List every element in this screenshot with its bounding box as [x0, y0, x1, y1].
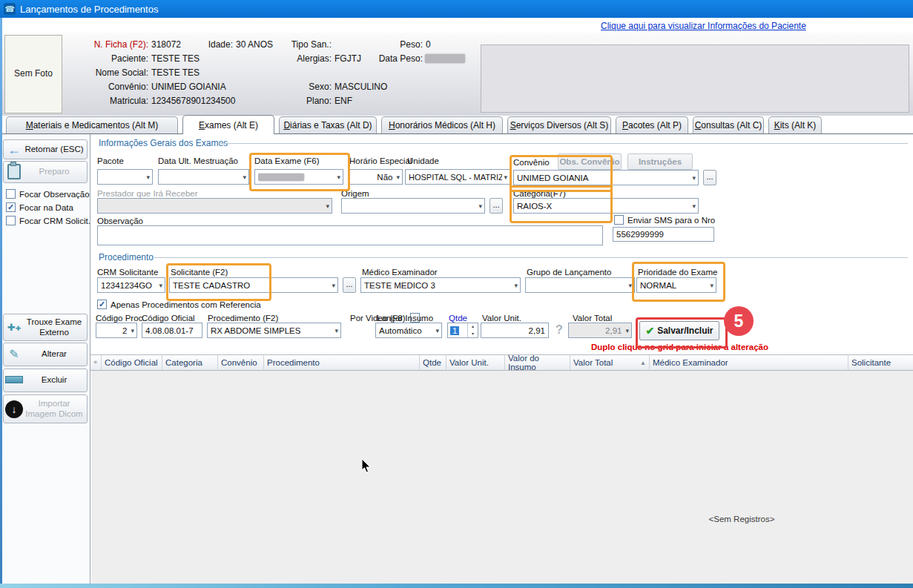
grid-empty-text: <Sem Registros> — [660, 515, 823, 523]
idade-label: Idade: — [185, 39, 233, 50]
procedimento-combo[interactable]: RX ABDOME SIMPLES▾ — [207, 323, 341, 338]
focar-na-data-label: Focar na Data — [19, 203, 73, 212]
checkbox-icon: ✓ — [6, 202, 16, 212]
prestador-combo[interactable]: ▾ — [97, 198, 332, 214]
crm-solicitante-combo[interactable]: 12341234GO▾ — [97, 277, 165, 293]
focar-observacao-checkbox[interactable]: Focar Observação — [6, 189, 90, 199]
prioridade-combo[interactable]: NORMAL▾ — [636, 277, 716, 293]
grid-header-qtde[interactable]: Qtde — [420, 354, 446, 371]
annotation-hint: Duplo clique no grid para iniciar a alte… — [591, 343, 768, 351]
grid-header-codigo-oficial[interactable]: Código Oficial — [102, 354, 162, 371]
ficha-value[interactable]: 318072 — [151, 39, 181, 50]
preparo-button[interactable]: Preparo — [3, 161, 88, 183]
grid-body[interactable] — [91, 371, 913, 584]
importar-dicom-label: Importar Imagem Dicom — [24, 399, 87, 418]
procedimento-group-title: Procedimento — [99, 252, 154, 262]
checkbox-icon: ✓ — [97, 300, 107, 309]
data-ult-label: Data Ult. Mestruação — [158, 156, 238, 165]
grid-header-valor-unit[interactable]: Valor Unit. — [446, 354, 505, 371]
importar-dicom-button[interactable]: ↓ Importar Imagem Dicom — [3, 394, 88, 423]
apenas-referencia-checkbox[interactable]: ✓ Apenas Procedimentos com Referencia — [97, 300, 261, 309]
sms-number-input[interactable]: 5562999999 — [613, 227, 714, 242]
group-rule — [219, 143, 908, 144]
medico-examinador-combo[interactable]: TESTE MEDICO 3▾ — [360, 277, 521, 293]
app-icon: ☎ — [4, 3, 16, 15]
patient-observation-panel — [481, 44, 909, 113]
plano-label: Plano: — [260, 96, 332, 106]
checkbox-icon — [6, 189, 16, 199]
convenio-header-label: Convênio: — [62, 82, 148, 92]
instrucoes-button[interactable]: Instruções — [627, 153, 693, 170]
window-left-edge — [0, 18, 2, 584]
data-exame-redacted-value — [258, 174, 304, 181]
obs-convenio-button[interactable]: Obs. Convênio — [558, 153, 622, 170]
grid-header-categoria[interactable]: Categoria — [162, 354, 218, 371]
tab-servicos[interactable]: Serviços Diversos (Alt S) — [507, 116, 611, 133]
tab-consultas[interactable]: Consultas (Alt C) — [693, 116, 764, 133]
pacote-combo[interactable]: ▾ — [97, 169, 153, 185]
tab-kits[interactable]: Kits (Alt K) — [768, 116, 822, 133]
convenio-ellipsis-button[interactable]: ... — [703, 170, 716, 185]
grid-header-medico-examinador[interactable]: Médico Examinador — [650, 354, 848, 371]
valor-unit-input[interactable]: 2,91 — [481, 323, 549, 338]
group-rule — [154, 257, 908, 258]
grid-header-convenio[interactable]: Convênio — [218, 354, 264, 371]
qtde-stepper[interactable]: 1 ▴▾ — [447, 323, 478, 338]
sexo-value: MASCULINO — [334, 82, 387, 92]
convenio-combo[interactable]: UNIMED GOIANIA▾ — [513, 170, 699, 185]
spin-up-icon[interactable]: ▴ — [468, 323, 478, 331]
lancar-insumo-combo[interactable]: Automático▾ — [375, 323, 442, 338]
convenio-header-value: UNIMED GOIANIA — [151, 82, 226, 92]
plus-icon: ✚✚ — [4, 323, 24, 332]
tab-pacotes[interactable]: Pacotes (Alt P) — [616, 116, 688, 133]
medico-examinador-label: Médico Examinador — [362, 268, 438, 277]
categoria-combo[interactable]: RAIOS-X▾ — [513, 198, 699, 214]
unidade-combo[interactable]: HOSPITAL SQL - MATRIZ▾ — [405, 169, 510, 185]
window-bottom-edge — [0, 584, 913, 588]
spin-down-icon[interactable]: ▾ — [468, 331, 478, 338]
observacao-input[interactable] — [97, 225, 603, 245]
codigo-proc-combo[interactable]: 2▾ — [96, 323, 137, 338]
nome-social-label: Nome Social: — [62, 67, 148, 78]
origem-combo[interactable]: ▾ — [341, 198, 485, 214]
alergias-label: Alergias: — [260, 53, 332, 64]
retornar-button[interactable]: ← Retornar (ESC) — [3, 139, 88, 159]
alterar-button[interactable]: ✎ Alterar — [3, 343, 88, 366]
tipo-san-label: Tipo San.: — [260, 39, 332, 50]
tab-materiais[interactable]: Materiais e Medicamentos (Alt M) — [6, 116, 178, 133]
qtde-label: Qtde — [449, 314, 467, 323]
salvar-incluir-button[interactable]: ✔ Salvar/Incluir — [639, 321, 719, 340]
chevron-down-icon: ▾ — [396, 174, 400, 181]
solicitante-ellipsis-button[interactable]: ... — [343, 277, 356, 293]
categoria-label: Categoria(F7) — [513, 189, 566, 198]
tab-label: Kits (Alt K) — [774, 120, 817, 131]
chevron-down-icon: ▾ — [334, 327, 338, 334]
chevron-down-icon: ▾ — [131, 327, 134, 334]
codigo-oficial-input[interactable]: 4.08.08.01-7 — [142, 323, 202, 338]
grupo-lancamento-combo[interactable]: ▾ — [525, 277, 635, 293]
title-bar[interactable]: ☎ Lançamentos de Procedimentos — [0, 0, 913, 18]
tab-exames[interactable]: Exames (Alt E) — [182, 115, 274, 134]
origem-ellipsis-button[interactable]: ... — [490, 198, 503, 214]
patient-info-link[interactable]: Clique aqui para visualizar Informações … — [601, 21, 806, 31]
chevron-down-icon: ▾ — [243, 174, 246, 181]
solicitante-combo[interactable]: TESTE CADASTRO▾ — [169, 277, 338, 293]
grid-header-valor-insumo[interactable]: Valor do Insumo — [505, 354, 570, 371]
step-badge: 5 — [724, 306, 754, 336]
grid-header-solicitante[interactable]: Solicitante — [848, 354, 913, 371]
focar-na-data-checkbox[interactable]: ✓ Focar na Data — [6, 202, 73, 212]
tab-honorarios[interactable]: Honorários Médicos (Alt H) — [381, 116, 503, 133]
grid-header-procedimento[interactable]: Procedimento — [264, 354, 420, 371]
data-exame-label: Data Exame (F6) — [254, 156, 320, 165]
data-exame-combo[interactable]: ▾ — [254, 169, 343, 185]
enviar-sms-checkbox[interactable]: Enviar SMS para o Nro — [614, 215, 715, 225]
trouxe-exame-button[interactable]: ✚✚ Trouxe Exame Externo — [3, 314, 88, 341]
grid-header-valor-total[interactable]: Valor Total▲ — [570, 354, 650, 371]
focar-crm-checkbox[interactable]: Focar CRM Solicit. — [6, 216, 90, 225]
data-peso-label: Data Peso: — [356, 53, 423, 64]
excluir-button[interactable]: Excluir — [3, 369, 88, 392]
procedimento-label: Procedimento (F2) — [208, 314, 278, 323]
tab-diarias[interactable]: Diárias e Taxas (Alt D) — [279, 116, 377, 133]
data-ult-combo[interactable]: ▾ — [158, 169, 249, 185]
horario-combo[interactable]: Não▾ — [349, 169, 403, 185]
